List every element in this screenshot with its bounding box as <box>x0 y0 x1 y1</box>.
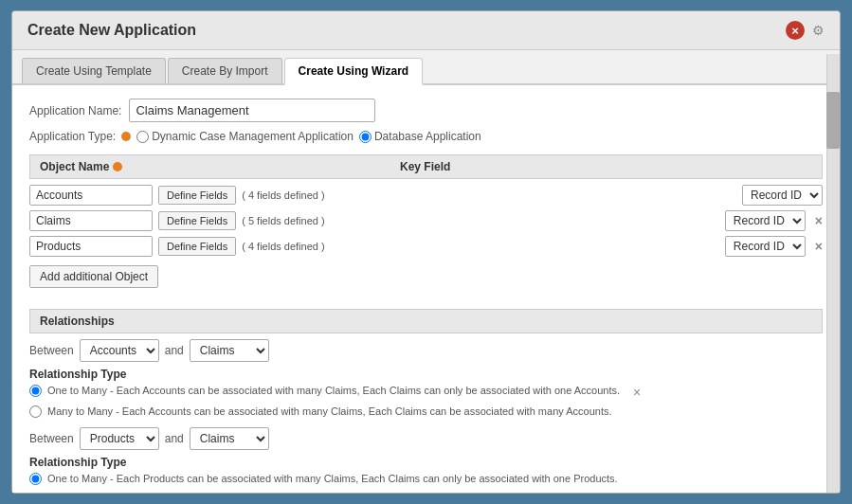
tab-template[interactable]: Create Using Template <box>22 58 166 83</box>
define-fields-claims-btn[interactable]: Define Fields <box>158 211 236 230</box>
rel-type-text-1b: Many to Many - Each Accounts can be asso… <box>47 405 612 417</box>
object-name-claims[interactable] <box>29 210 153 231</box>
relationships-section: Relationships Between Accounts Claims Pr… <box>29 309 823 485</box>
app-type-option1-label[interactable]: Dynamic Case Management Application <box>136 130 353 143</box>
app-name-row: Application Name: <box>29 99 823 122</box>
between-obj2-select-2[interactable]: Accounts Claims Products <box>190 427 269 450</box>
required-indicator <box>113 162 122 171</box>
app-type-option2-label[interactable]: Database Application <box>359 130 481 143</box>
fields-count-claims: ( 5 fields defined ) <box>242 215 324 226</box>
modal: Create New Application × ⚙ Create Using … <box>11 10 841 494</box>
object-name-products[interactable] <box>29 236 153 257</box>
objects-section-header: Object Name Key Field <box>29 154 823 179</box>
rel-type-radio-1a[interactable] <box>29 385 42 397</box>
between-row-1: Between Accounts Claims Products and Acc… <box>29 339 823 362</box>
define-fields-products-btn[interactable]: Define Fields <box>158 237 236 256</box>
relationships-header: Relationships <box>29 309 823 333</box>
rel-type-section-1: Relationship Type One to Many - Each Acc… <box>29 368 823 418</box>
delete-claims-btn[interactable]: × <box>815 213 823 228</box>
add-object-btn[interactable]: Add additional Object <box>29 265 158 288</box>
app-type-row: Application Type: Dynamic Case Managemen… <box>29 130 823 143</box>
rel-type-title-2: Relationship Type <box>29 456 823 469</box>
delete-products-btn[interactable]: × <box>815 239 823 254</box>
between-obj2-select-1[interactable]: Accounts Claims Products <box>190 339 269 362</box>
tab-import[interactable]: Create By Import <box>168 58 282 83</box>
object-name-accounts[interactable] <box>29 185 153 206</box>
define-fields-accounts-btn[interactable]: Define Fields <box>158 186 236 205</box>
app-type-label: Application Type: <box>29 130 116 143</box>
rel-type-section-2: Relationship Type One to Many - Each Pro… <box>29 456 823 485</box>
radio-indicator <box>121 132 131 141</box>
and-label-1: and <box>165 344 184 357</box>
close-button[interactable]: × <box>786 21 805 40</box>
rel-type-text-2a: One to Many - Each Products can be assoc… <box>47 473 618 484</box>
rel-type-title-1: Relationship Type <box>29 368 823 381</box>
object-row-claims: Define Fields ( 5 fields defined ) Recor… <box>29 210 823 231</box>
modal-body: Application Name: Application Type: Dyna… <box>12 85 840 493</box>
rel-type-row-1b: Many to Many - Each Accounts can be asso… <box>29 405 823 418</box>
app-name-input[interactable] <box>129 99 375 122</box>
scrollbar-thumb[interactable] <box>826 92 840 149</box>
rel-type-row-2a: One to Many - Each Products can be assoc… <box>29 473 823 485</box>
rel-type-text-1a: One to Many - Each Accounts can be assoc… <box>47 385 620 396</box>
object-row-products: Define Fields ( 4 fields defined ) Recor… <box>29 236 823 257</box>
tab-wizard[interactable]: Create Using Wizard <box>284 58 424 85</box>
between-label-2: Between <box>29 432 74 445</box>
tabs-bar: Create Using Template Create By Import C… <box>12 50 840 85</box>
key-field-products-select[interactable]: Record ID <box>725 236 806 257</box>
object-row-accounts: Define Fields ( 4 fields defined ) Recor… <box>29 185 823 206</box>
rel-type-radio-1b[interactable] <box>29 405 42 418</box>
modal-header: Create New Application × ⚙ <box>12 11 840 50</box>
fields-count-products: ( 4 fields defined ) <box>242 241 324 252</box>
scrollbar-track[interactable] <box>826 54 840 493</box>
app-type-radio2[interactable] <box>359 131 372 143</box>
key-field-accounts-select[interactable]: Record ID <box>742 185 823 206</box>
app-type-radio1[interactable] <box>136 131 149 143</box>
between-obj1-select-1[interactable]: Accounts Claims Products <box>80 339 159 362</box>
fields-count-accounts: ( 4 fields defined ) <box>242 189 324 201</box>
delete-rel1-btn[interactable]: × <box>633 385 641 400</box>
gear-icon: ⚙ <box>812 23 825 38</box>
key-field-claims-select[interactable]: Record ID <box>725 210 806 231</box>
and-label-2: and <box>165 432 184 445</box>
rel-type-radio-2a[interactable] <box>29 473 42 485</box>
between-obj1-select-2[interactable]: Accounts Claims Products <box>80 427 159 450</box>
app-name-label: Application Name: <box>29 104 121 117</box>
col-keyfield-header: Key Field <box>400 160 812 173</box>
rel-type-row-1a: One to Many - Each Accounts can be assoc… <box>29 385 641 400</box>
between-row-2: Between Accounts Claims Products and Acc… <box>29 427 823 450</box>
modal-title: Create New Application <box>27 22 196 39</box>
col-object-header: Object Name <box>40 160 248 173</box>
between-label-1: Between <box>29 344 74 357</box>
